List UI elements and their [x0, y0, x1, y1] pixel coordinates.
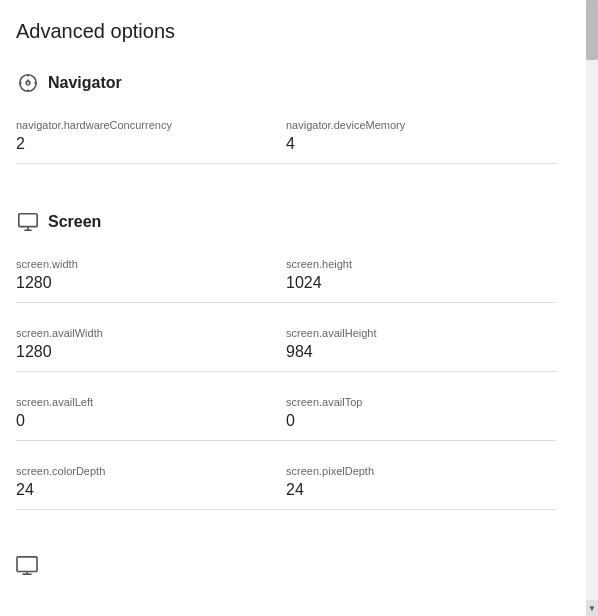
- svg-point-0: [20, 75, 37, 92]
- field-hardware-concurrency: navigator.hardwareConcurrency 2: [16, 111, 286, 164]
- field-hardware-concurrency-label: navigator.hardwareConcurrency: [16, 119, 266, 131]
- field-pixel-depth-value: 24: [286, 481, 536, 499]
- field-avail-height-label: screen.availHeight: [286, 327, 536, 339]
- field-avail-top-value: 0: [286, 412, 536, 430]
- field-avail-height: screen.availHeight 984: [286, 319, 556, 372]
- navigator-section-header: Navigator: [16, 71, 556, 95]
- field-pixel-depth: screen.pixelDepth 24: [286, 457, 556, 510]
- field-color-depth-label: screen.colorDepth: [16, 465, 266, 477]
- field-avail-top-label: screen.availTop: [286, 396, 536, 408]
- field-color-depth-value: 24: [16, 481, 266, 499]
- field-avail-width-value: 1280: [16, 343, 266, 361]
- scrollbar-arrow-down[interactable]: ▼: [586, 600, 598, 616]
- svg-point-1: [26, 81, 30, 85]
- navigator-section: Navigator navigator.hardwareConcurrency …: [16, 71, 556, 180]
- field-avail-left: screen.availLeft 0: [16, 388, 286, 441]
- field-avail-width: screen.availWidth 1280: [16, 319, 286, 372]
- navigator-fields-grid: navigator.hardwareConcurrency 2 navigato…: [16, 111, 556, 180]
- field-device-memory-value: 4: [286, 135, 536, 153]
- screen-section-header: Screen: [16, 210, 556, 234]
- field-device-memory-label: navigator.deviceMemory: [286, 119, 536, 131]
- next-section-hint: [16, 556, 556, 580]
- scrollbar[interactable]: ▲ ▼: [586, 0, 598, 616]
- screen-section: Screen screen.width 1280 screen.height 1…: [16, 210, 556, 526]
- screen-section-title: Screen: [48, 213, 101, 231]
- field-hardware-concurrency-value: 2: [16, 135, 266, 153]
- navigator-icon: [16, 71, 40, 95]
- field-avail-height-value: 984: [286, 343, 536, 361]
- field-color-depth: screen.colorDepth 24: [16, 457, 286, 510]
- field-screen-height-value: 1024: [286, 274, 536, 292]
- screen-fields-grid: screen.width 1280 screen.height 1024 scr…: [16, 250, 556, 526]
- field-screen-width-value: 1280: [16, 274, 266, 292]
- monitor-icon: [16, 210, 40, 234]
- field-pixel-depth-label: screen.pixelDepth: [286, 465, 536, 477]
- field-screen-height-label: screen.height: [286, 258, 536, 270]
- field-screen-height: screen.height 1024: [286, 250, 556, 303]
- field-avail-width-label: screen.availWidth: [16, 327, 266, 339]
- svg-rect-8: [19, 214, 37, 227]
- navigator-section-title: Navigator: [48, 74, 122, 92]
- field-device-memory: navigator.deviceMemory 4: [286, 111, 556, 164]
- svg-rect-11: [17, 557, 37, 572]
- field-avail-left-label: screen.availLeft: [16, 396, 266, 408]
- page-title: Advanced options: [16, 20, 556, 43]
- field-avail-top: screen.availTop 0: [286, 388, 556, 441]
- field-screen-width-label: screen.width: [16, 258, 266, 270]
- scrollbar-thumb[interactable]: [586, 0, 598, 60]
- field-avail-left-value: 0: [16, 412, 266, 430]
- field-screen-width: screen.width 1280: [16, 250, 286, 303]
